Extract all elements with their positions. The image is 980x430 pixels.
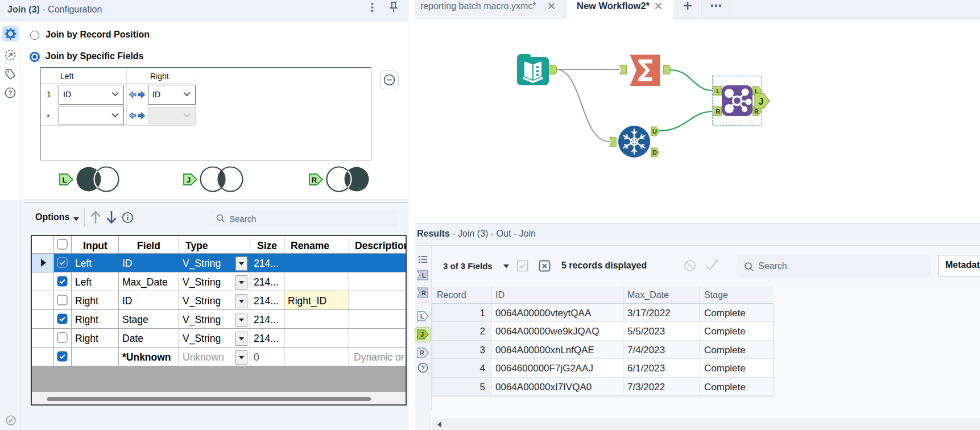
svg-text:J: J <box>420 331 424 338</box>
svg-text:?: ? <box>421 365 425 371</box>
svg-text:L: L <box>716 88 720 94</box>
svg-text:?: ? <box>8 89 12 96</box>
svg-text:J: J <box>759 97 764 106</box>
svg-text:L: L <box>422 272 426 279</box>
svg-text:L: L <box>63 176 67 184</box>
svg-text:R: R <box>420 349 424 356</box>
svg-text:J: J <box>187 176 191 184</box>
svg-text:R: R <box>312 176 317 184</box>
svg-text:U: U <box>652 128 657 135</box>
svg-text:L: L <box>420 313 424 320</box>
svg-text:R: R <box>716 108 721 115</box>
svg-text:D: D <box>652 149 657 156</box>
svg-text:R: R <box>421 290 426 296</box>
